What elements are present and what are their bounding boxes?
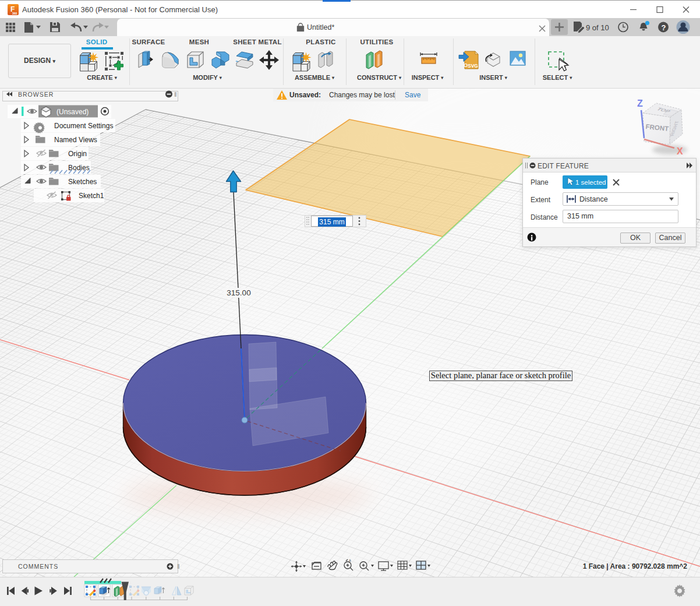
svg-text:315.00: 315.00 [227,288,250,297]
svg-text:‖: ‖ [174,91,177,98]
svg-text:Sketch1: Sketch1 [79,192,104,200]
svg-text:±: ± [349,558,351,562]
svg-text:Z: Z [637,98,643,108]
svg-text:EDIT FEATURE: EDIT FEATURE [538,162,589,170]
svg-text:Distance: Distance [579,195,608,203]
svg-text:1 selected: 1 selected [575,179,606,186]
svg-text:Untitled*: Untitled* [307,23,334,31]
svg-text:Document Settings: Document Settings [54,122,113,130]
svg-text:Named Views: Named Views [54,136,97,144]
svg-text:Sketches: Sketches [68,178,97,186]
svg-text:SVG: SVG [468,63,478,69]
svg-text:BROWSER: BROWSER [18,91,54,98]
svg-text:9 of 10: 9 of 10 [586,23,609,32]
svg-text:?: ? [662,23,666,32]
svg-text:X: X [677,146,683,156]
svg-text:(Unsaved): (Unsaved) [56,108,89,116]
svg-text:360: 360 [12,12,17,15]
svg-text:Origin: Origin [68,150,87,158]
svg-text:‖: ‖ [177,563,180,570]
